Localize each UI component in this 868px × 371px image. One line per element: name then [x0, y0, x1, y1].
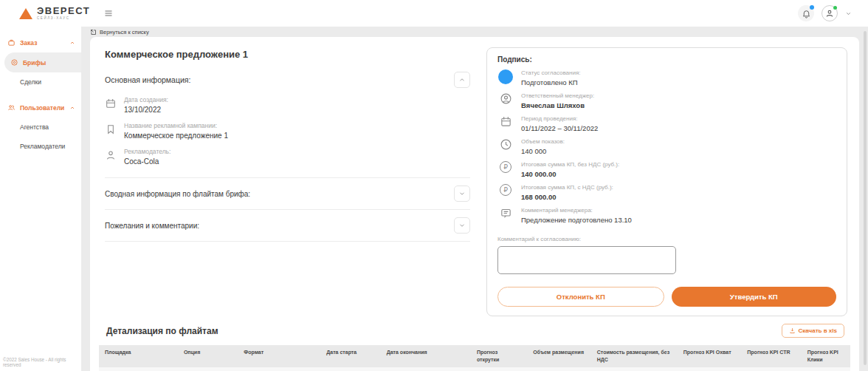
sidebar-item-label: Заказ	[20, 39, 37, 47]
flights-header: Детализация по флайтам Скачать в xls	[99, 324, 850, 338]
signature-panel: Подпись: Статус согласования: Подготовле…	[486, 47, 847, 316]
back-label: Вернуться к списку	[100, 29, 149, 35]
everest-logo-icon	[19, 8, 32, 19]
info-row-campaign-name: Название рекламной кампании: Коммерческо…	[105, 122, 470, 140]
copyright-text: ©2022 Sales House - All rights reserved	[3, 357, 84, 367]
col-platform: Площадка	[99, 345, 178, 367]
flights-heading: Детализация по флайтам	[106, 326, 218, 336]
collapse-main-info-button[interactable]	[454, 72, 470, 88]
main-content: Вернуться к списку Коммерческое предложе…	[81, 27, 868, 371]
sidebar-item-label: Брифы	[23, 59, 46, 67]
calendar-icon	[105, 98, 117, 109]
top-header: ЭВЕРЕСТ СЕЙЛЗ-ХАУС	[0, 0, 868, 27]
chevron-down-icon	[458, 190, 466, 197]
clock-icon	[500, 138, 512, 151]
cell-kpi-ctr: 70000	[741, 367, 801, 371]
sig-value: 168 000.00	[521, 193, 613, 201]
col-format: Формат	[238, 345, 320, 367]
sig-row-manager: Ответственный менеджер: Вячеслав Шляхов	[497, 92, 836, 109]
ruble-icon: ₽	[500, 184, 512, 196]
info-value: Коммерческое предложение 1	[124, 132, 228, 140]
cell-end-date: 30/11/2022	[381, 367, 471, 371]
avatar-icon	[824, 8, 835, 18]
comments-section: Пожелания и комментарии:	[105, 210, 470, 242]
cell-format: Multi-roll, 40 sec	[238, 367, 320, 371]
sidebar-item-label: Пользователи	[20, 104, 64, 112]
col-kpi-ctr: Прогноз KPI CTR	[741, 345, 801, 367]
menu-toggle-button[interactable]	[103, 9, 114, 18]
sig-label: Статус согласования:	[521, 69, 581, 76]
expand-flights-summary-button[interactable]	[454, 186, 470, 202]
status-badge: Подготовлено КП	[521, 78, 581, 86]
main-info-heading: Основная информация:	[105, 75, 190, 84]
comment-icon	[500, 207, 512, 219]
info-label: Рекламодатель:	[124, 148, 170, 155]
sig-value: Вячеслав Шляхов	[521, 101, 594, 109]
sig-row-total-no-vat: ₽ Итоговая сумма КП, без НДС (руб.): 140…	[497, 161, 836, 178]
sig-row-manager-comment: Комментарий менеджера: Предложение подго…	[497, 207, 836, 224]
col-forecast-plays: Прогноз открутки	[471, 345, 527, 367]
sig-label: Итоговая сумма КП, с НДС (руб.):	[521, 184, 613, 191]
proposal-card: Коммерческое предложение 1 Основная инфо…	[90, 37, 859, 371]
approve-proposal-button[interactable]: Утвердить КП	[672, 287, 837, 307]
reject-proposal-button[interactable]: Отклонить КП	[497, 287, 664, 307]
signature-heading: Подпись:	[497, 55, 836, 64]
cell-option: Multi-roll	[178, 367, 238, 371]
cell-kpi-clicks: 0	[802, 367, 850, 371]
sidebar-item-agencies[interactable]: Агентства	[0, 118, 81, 137]
person-circle-icon	[500, 92, 512, 105]
section-label: Пожелания и комментарии:	[105, 222, 199, 230]
chevron-up-icon	[69, 40, 75, 46]
sidebar-item-briefs[interactable]: Брифы	[4, 52, 81, 72]
info-value: Coca-Cola	[124, 157, 170, 166]
sig-label: Ответственный менеджер:	[521, 92, 594, 99]
hamburger-icon	[103, 9, 114, 18]
users-icon	[7, 103, 16, 112]
approval-comment-label: Комментарий к согласованию:	[497, 236, 836, 242]
notifications-button[interactable]	[798, 5, 814, 21]
user-menu-chevron[interactable]	[845, 10, 852, 17]
download-xls-button[interactable]: Скачать в xls	[782, 324, 844, 338]
back-to-list-link[interactable]: Вернуться к списку	[81, 27, 868, 37]
sidebar-item-orders[interactable]: Заказ	[0, 33, 81, 52]
logo[interactable]: ЭВЕРЕСТ СЕЙЛЗ-ХАУС	[19, 6, 90, 21]
logo-subtitle: СЕЙЛЗ-ХАУС	[37, 17, 90, 21]
proposal-left-column: Коммерческое предложение 1 Основная инфо…	[97, 46, 470, 316]
info-value: 13/10/2022	[124, 106, 168, 114]
person-icon	[105, 149, 117, 161]
card-top: Коммерческое предложение 1 Основная инфо…	[97, 37, 852, 316]
cell-start-date: 01/11/2022	[320, 367, 380, 371]
cell-forecast-plays: 0	[471, 367, 527, 371]
target-icon	[10, 58, 18, 67]
sidebar-item-deals[interactable]: Сделки	[0, 72, 81, 92]
info-row-created-date: Дата создания: 13/10/2022	[105, 96, 470, 114]
flights-table: Площадка Опция Формат Дата старта Дата о…	[99, 345, 850, 371]
topbar-actions	[798, 5, 852, 21]
calendar-icon	[500, 115, 512, 128]
sig-label: Итоговая сумма КП, без НДС (руб.):	[521, 161, 619, 168]
col-start-date: Дата старта	[320, 345, 380, 367]
sig-label: Комментарий менеджера:	[521, 207, 632, 214]
briefcase-icon	[7, 38, 16, 47]
user-avatar[interactable]	[822, 5, 838, 21]
flights-section: Детализация по флайтам Скачать в xls Пло…	[97, 324, 852, 371]
cell-placement-volume: 140 000	[527, 367, 591, 371]
sidebar-item-advertisers[interactable]: Рекламодатели	[0, 137, 81, 156]
bell-icon	[802, 9, 811, 18]
sidebar: Заказ Брифы Сделки Пользователи Агентств…	[0, 27, 81, 371]
chevron-up-icon	[458, 76, 466, 84]
sidebar-item-label: Рекламодатели	[20, 143, 65, 150]
sig-row-total-with-vat: ₽ Итоговая сумма КП, с НДС (руб.): 168 0…	[497, 184, 836, 201]
approval-comment-input[interactable]	[497, 246, 676, 274]
expand-comments-button[interactable]	[454, 217, 470, 234]
back-icon	[90, 29, 97, 35]
vertical-scrollbar[interactable]	[864, 31, 867, 365]
sidebar-item-users[interactable]: Пользователи	[0, 98, 81, 118]
sig-value: 140 000.00	[521, 170, 619, 178]
col-kpi-reach: Прогноз KPI Охват	[678, 345, 742, 367]
section-label: Сводная информация по флайтам брифа:	[105, 190, 250, 198]
table-header-row: Площадка Опция Формат Дата старта Дата о…	[99, 345, 850, 367]
table-row: Эверест Multi-roll Multi-roll, 40 sec 01…	[99, 367, 850, 371]
main-info-section-header: Основная информация:	[105, 72, 470, 88]
sig-row-status: Статус согласования: Подготовлено КП	[497, 69, 836, 86]
